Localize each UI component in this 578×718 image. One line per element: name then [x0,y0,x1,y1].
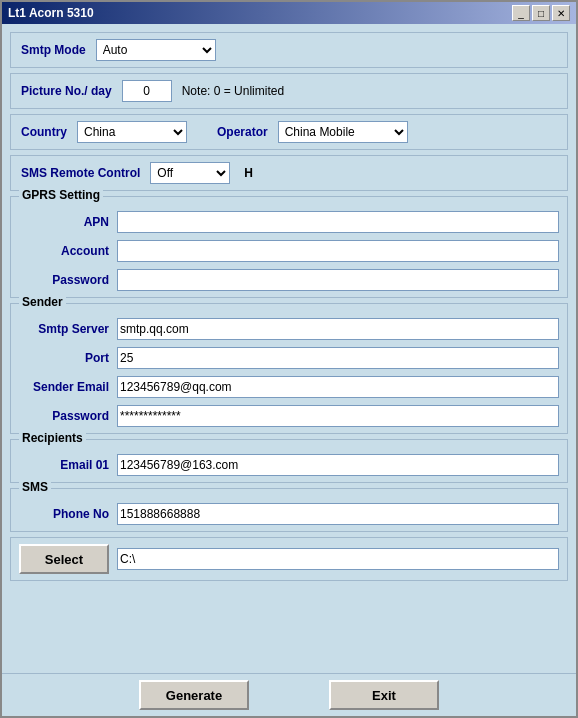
minimize-button[interactable]: _ [512,5,530,21]
window-title: Lt1 Acorn 5310 [8,6,94,20]
country-select[interactable]: China USA UK [77,121,187,143]
port-label: Port [19,351,109,365]
email01-input[interactable] [117,454,559,476]
gprs-password-label: Password [19,273,109,287]
account-row: Account [19,240,559,262]
email01-label: Email 01 [19,458,109,472]
sms-fields: Phone No [19,493,559,525]
sms-title: SMS [19,480,51,494]
sender-password-input[interactable] [117,405,559,427]
sms-remote-label: SMS Remote Control [21,166,140,180]
maximize-button[interactable]: □ [532,5,550,21]
generate-button[interactable]: Generate [139,680,249,710]
exit-button[interactable]: Exit [329,680,439,710]
title-bar-controls: _ □ ✕ [512,5,570,21]
recipients-fields: Email 01 [19,444,559,476]
smtp-mode-select[interactable]: Auto Manual [96,39,216,61]
picture-row: Picture No./ day Note: 0 = Unlimited [10,73,568,109]
email01-row: Email 01 [19,454,559,476]
country-operator-row: Country China USA UK Operator China Mobi… [10,114,568,150]
gprs-section: GPRS Setting APN Account Password [10,196,568,298]
recipients-title: Recipients [19,431,86,445]
phone-input[interactable] [117,503,559,525]
sms-remote-select[interactable]: Off On [150,162,230,184]
operator-label: Operator [217,125,268,139]
path-input[interactable] [117,548,559,570]
sms-section: SMS Phone No [10,488,568,532]
sender-email-label: Sender Email [19,380,109,394]
apn-label: APN [19,215,109,229]
phone-row: Phone No [19,503,559,525]
title-bar: Lt1 Acorn 5310 _ □ ✕ [2,2,576,24]
recipients-section: Recipients Email 01 [10,439,568,483]
gprs-title: GPRS Setting [19,188,103,202]
sender-password-label: Password [19,409,109,423]
main-window: Lt1 Acorn 5310 _ □ ✕ Smtp Mode Auto Manu… [0,0,578,718]
account-label: Account [19,244,109,258]
phone-label: Phone No [19,507,109,521]
gprs-password-input[interactable] [117,269,559,291]
gprs-password-row: Password [19,269,559,291]
footer: Generate Exit [2,673,576,716]
apn-input[interactable] [117,211,559,233]
sender-section: Sender Smtp Server Port Sender Email Pas… [10,303,568,434]
smtp-mode-label: Smtp Mode [21,43,86,57]
close-button[interactable]: ✕ [552,5,570,21]
picture-note: Note: 0 = Unlimited [182,84,284,98]
country-label: Country [21,125,67,139]
main-content: Smtp Mode Auto Manual Picture No./ day N… [2,24,576,673]
sms-remote-row: SMS Remote Control Off On H [10,155,568,191]
smtp-mode-row: Smtp Mode Auto Manual [10,32,568,68]
sender-fields: Smtp Server Port Sender Email Password [19,308,559,427]
picture-input[interactable] [122,80,172,102]
operator-select[interactable]: China Mobile China Unicom China Telecom [278,121,408,143]
apn-row: APN [19,211,559,233]
smtp-server-label: Smtp Server [19,322,109,336]
sender-email-row: Sender Email [19,376,559,398]
port-input[interactable] [117,347,559,369]
gprs-fields: APN Account Password [19,201,559,291]
sender-email-input[interactable] [117,376,559,398]
h-label: H [244,166,253,180]
sender-title: Sender [19,295,66,309]
port-row: Port [19,347,559,369]
picture-label: Picture No./ day [21,84,112,98]
smtp-server-input[interactable] [117,318,559,340]
select-button[interactable]: Select [19,544,109,574]
select-path-row: Select [10,537,568,581]
smtp-server-row: Smtp Server [19,318,559,340]
sender-password-row: Password [19,405,559,427]
account-input[interactable] [117,240,559,262]
